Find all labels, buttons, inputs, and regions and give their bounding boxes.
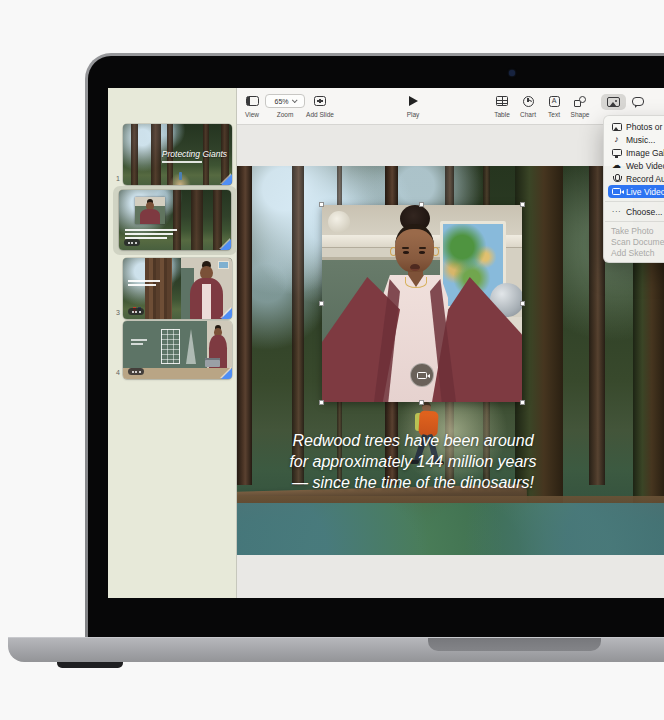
menu-item-add-sketch: Add Sketch xyxy=(604,247,664,258)
slide2-video-inset-mini xyxy=(135,197,165,224)
zoom-value: 65% xyxy=(274,98,288,105)
media-dropdown-menu: Photos or Video ♪ Music... Image Gallery… xyxy=(603,115,664,263)
slide-thumbnail-4[interactable] xyxy=(123,321,232,379)
slide-navigator-sidebar: 1 Protecting Giants 2 xyxy=(108,88,237,598)
resize-handle-top-right[interactable] xyxy=(520,202,525,207)
slide4-building-sketch xyxy=(161,329,180,364)
caption-line-1: Redwood trees have been around xyxy=(263,430,563,451)
menu-item-image-gallery[interactable]: Image Gallery xyxy=(604,146,664,159)
menu-item-music[interactable]: ♪ Music... xyxy=(604,133,664,146)
menu-item-scan-documents: Scan Documents xyxy=(604,236,664,247)
add-slide-button[interactable]: Add Slide xyxy=(294,93,346,118)
slide-number-4: 4 xyxy=(108,369,120,376)
cloud-icon: ☁ xyxy=(612,161,621,170)
resize-handle-mid-right[interactable] xyxy=(520,301,525,306)
play-label: Play xyxy=(387,111,439,118)
microphone-icon xyxy=(612,174,621,184)
resize-handle-top-center[interactable] xyxy=(419,202,424,207)
comment-button[interactable] xyxy=(612,93,664,109)
resize-handle-bottom-center[interactable] xyxy=(419,400,424,405)
keynote-window: 1 Protecting Giants 2 xyxy=(108,88,664,598)
shape-icon xyxy=(574,96,586,107)
live-video-object[interactable] xyxy=(322,205,522,402)
slide1-hiker-figure xyxy=(179,172,182,180)
menu-item-choose[interactable]: ··· Choose... xyxy=(604,205,664,218)
slide3-redwood-trunk xyxy=(145,258,172,319)
slide2-media-corner-badge xyxy=(220,239,231,250)
slide-thumbnail-3[interactable] xyxy=(123,258,232,319)
live-video-camera-badge[interactable] xyxy=(410,363,434,387)
add-slide-label: Add Slide xyxy=(294,111,346,118)
slide4-laptop-art xyxy=(205,358,220,367)
classroom-lamp xyxy=(328,211,350,233)
ellipsis-icon: ··· xyxy=(611,207,622,216)
menu-separator xyxy=(605,201,664,202)
resize-handle-bottom-left[interactable] xyxy=(319,400,324,405)
menu-item-photos-or-video[interactable]: Photos or Video xyxy=(604,120,664,133)
current-slide[interactable]: Redwood trees have been around for appro… xyxy=(237,166,664,555)
live-video-icon xyxy=(612,188,621,195)
photos-icon xyxy=(612,123,622,131)
slide4-media-corner-badge xyxy=(221,368,232,379)
slide-thumbnail-1[interactable]: Protecting Giants xyxy=(123,124,232,185)
menu-item-live-video[interactable]: Live Video xyxy=(608,185,664,198)
slide-thumbnail-2[interactable] xyxy=(119,190,231,250)
toolbar: View 65% Zoom Add Slide Play Table Char xyxy=(237,88,664,125)
add-slide-icon xyxy=(314,96,326,106)
slide4-tree-sketch xyxy=(186,329,196,364)
fern-foreground xyxy=(237,503,664,555)
resize-handle-bottom-right[interactable] xyxy=(520,400,525,405)
shape-button[interactable]: Shape xyxy=(554,93,606,118)
slide-canvas: Redwood trees have been around for appro… xyxy=(237,125,664,598)
resize-handle-mid-left[interactable] xyxy=(319,301,324,306)
resize-handle-top-left[interactable] xyxy=(319,202,324,207)
slide-2-selection-highlight xyxy=(113,186,237,255)
slide-number-1: 1 xyxy=(108,175,120,182)
slide2-options-dots xyxy=(124,239,140,246)
slide3-options-dots xyxy=(128,308,144,315)
play-button[interactable]: Play xyxy=(387,93,439,118)
play-icon xyxy=(409,96,418,106)
caption-line-2: for approximately 144 million years xyxy=(263,451,563,472)
slide4-chalkboard-art xyxy=(123,321,207,368)
page: { "toolbar": { "view": { "label": "View"… xyxy=(0,0,664,720)
laptop-base xyxy=(8,637,664,662)
slide-caption-textbox[interactable]: Redwood trees have been around for appro… xyxy=(263,430,563,493)
slide-number-3: 3 xyxy=(108,309,120,316)
laptop-hinge-notch xyxy=(428,638,601,651)
shape-label: Shape xyxy=(554,111,606,118)
video-camera-icon xyxy=(417,372,427,379)
caption-line-3: — since the time of the dinosaurs! xyxy=(263,472,563,493)
menu-item-take-photo: Take Photo xyxy=(604,225,664,236)
slide1-title-text: Protecting Giants xyxy=(162,149,227,159)
live-video-frame xyxy=(322,205,522,402)
slide4-options-dots xyxy=(128,368,144,375)
menu-item-record-audio[interactable]: Record Audio xyxy=(604,172,664,185)
menu-item-web-video[interactable]: ☁ Web Video... xyxy=(604,159,664,172)
display-icon xyxy=(612,149,622,156)
slide1-media-corner-badge xyxy=(221,174,232,185)
comment-icon xyxy=(632,97,644,106)
webcam-dot xyxy=(509,70,515,76)
laptop-foot xyxy=(57,662,123,668)
menu-separator-2 xyxy=(605,221,664,222)
music-icon: ♪ xyxy=(614,135,619,144)
slide1-subtitle-bar xyxy=(162,161,202,163)
slide3-media-corner-badge xyxy=(221,308,232,319)
view-sidebar-icon xyxy=(246,96,259,106)
